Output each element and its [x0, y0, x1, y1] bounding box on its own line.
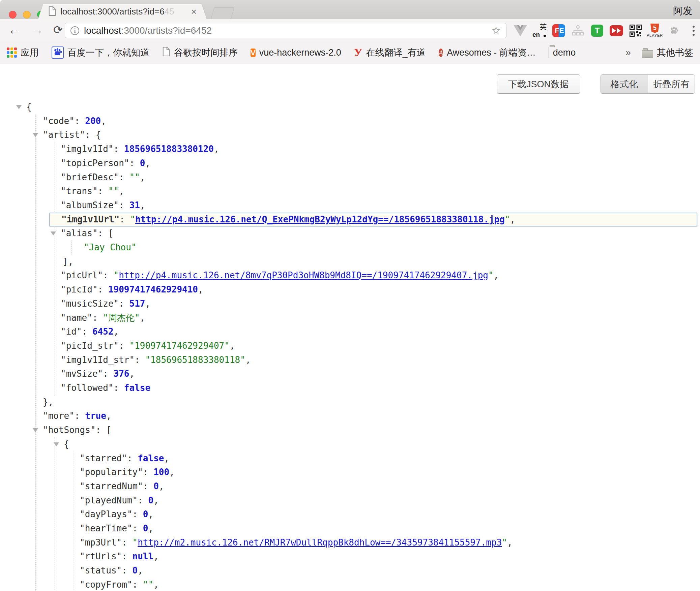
tampermonkey-icon[interactable]: T — [590, 24, 604, 38]
json-token-k: "starred" — [80, 453, 127, 463]
bookmark-label: Awesomes - 前端资… — [447, 46, 536, 59]
json-token-k: "copyFrom" — [80, 580, 133, 590]
json-token-k: "picUrl" — [61, 270, 103, 280]
json-line: "img1v1Id_str": "18569651883380118", — [0, 353, 700, 367]
close-window-button[interactable] — [9, 11, 17, 19]
browser-tab[interactable]: localhost:3000/artists?id=645 × — [38, 4, 207, 19]
chrome-menu-icon[interactable] — [693, 26, 695, 36]
json-line: "code": 200, — [0, 114, 700, 128]
json-token-n: 0 — [140, 158, 145, 168]
vue-devtools-icon[interactable] — [513, 24, 527, 38]
page-info-icon[interactable]: i — [70, 26, 79, 35]
video-speed-icon[interactable] — [609, 24, 623, 38]
json-token-p: : — [82, 326, 92, 337]
collapse-toggle-icon[interactable] — [33, 428, 38, 432]
json-token-p: : — [138, 495, 148, 505]
bookmark-star-icon[interactable]: ☆ — [491, 24, 501, 37]
json-token-k: "starredNum" — [80, 481, 143, 491]
json-link[interactable]: http://p4.music.126.net/8mv7qP30Pd3oHW8b… — [119, 270, 488, 280]
collapse-all-button[interactable]: 折叠所有 — [648, 75, 695, 93]
view-mode-segmented-control: 格式化 折叠所有 — [601, 74, 695, 94]
bookmark-item[interactable]: 应用 — [7, 46, 39, 59]
json-link[interactable]: http://p4.music.126.net/Q_ExePNkmgB2yWyL… — [135, 214, 505, 224]
json-token-s: "Jay Chou" — [84, 242, 137, 252]
json-token-p: , — [129, 369, 135, 379]
json-token-k: "img1v1Id_str" — [61, 355, 135, 365]
address-bar[interactable]: i localhost:3000/artists?id=6452 ☆ — [65, 23, 506, 38]
json-token-p: : { — [85, 130, 101, 140]
json-token-p: , — [148, 523, 154, 533]
profile-name[interactable]: 阿发 — [673, 4, 693, 18]
json-token-p: : — [133, 523, 143, 533]
json-tree: {"code": 200,"artist": {"img1v1Id": 1856… — [0, 64, 700, 591]
json-token-p: : — [143, 481, 153, 491]
json-line: "Jay Chou" — [0, 241, 700, 255]
json-link[interactable]: http://m2.music.126.net/RMJR7wDullRqppBk… — [138, 537, 502, 548]
json-line: "briefDesc": "", — [0, 170, 700, 185]
json-token-p: , — [119, 186, 124, 196]
json-token-k: "followed" — [61, 383, 114, 393]
tab-close-icon[interactable]: × — [191, 7, 197, 17]
json-token-s: "" — [129, 172, 140, 182]
folder-icon — [549, 48, 549, 58]
bookmark-item[interactable]: Vvue-hackernews-2.0 — [251, 47, 341, 58]
json-token-p: : [ — [98, 228, 114, 238]
paw-icon[interactable] — [667, 24, 681, 38]
apps-icon — [7, 48, 17, 58]
json-token-n: 31 — [129, 200, 140, 210]
json-token-p: , — [245, 355, 251, 365]
collapse-toggle-icon[interactable] — [33, 133, 38, 137]
json-token-p: : — [122, 551, 132, 561]
youdao-icon: У — [354, 47, 362, 59]
json-token-p: : — [133, 580, 143, 590]
translate-icon[interactable]: 英en — [532, 24, 547, 38]
json-token-p: : — [119, 172, 129, 182]
tab-favicon-icon — [48, 6, 56, 18]
back-button-icon[interactable]: ← — [8, 22, 21, 38]
json-token-n: 0 — [153, 481, 159, 491]
json-token-p: , — [198, 284, 203, 294]
bookmark-item[interactable]: 谷歌按时间排序 — [162, 46, 238, 59]
sitemap-icon[interactable] — [571, 24, 585, 38]
json-token-p: , — [153, 580, 159, 590]
minimize-window-button[interactable] — [23, 11, 31, 19]
json-line: "followed": false — [0, 381, 700, 395]
json-token-p: , — [507, 537, 513, 548]
json-line: "playedNum": 0, — [0, 494, 700, 508]
bookmark-other-bookmarks[interactable]: 其他书签 — [642, 46, 693, 59]
collapse-toggle-icon[interactable] — [54, 442, 59, 446]
html5-player-icon[interactable]: 5PLAYER — [648, 24, 662, 38]
json-token-k: "mp3Url" — [80, 537, 122, 548]
json-line: "picId_str": "19097417462929407", — [0, 339, 700, 353]
json-token-p: : — [92, 313, 103, 323]
format-button[interactable]: 格式化 — [601, 75, 648, 93]
json-token-p: : — [114, 383, 124, 393]
json-token-q: " — [133, 537, 138, 548]
bookmark-item[interactable]: 百度一下，你就知道 — [52, 46, 149, 59]
json-token-q: " — [488, 270, 494, 280]
qr-code-icon[interactable] — [629, 24, 643, 38]
json-token-s: "" — [108, 186, 119, 196]
download-json-button[interactable]: 下载JSON数据 — [497, 74, 580, 94]
reload-button-icon[interactable]: ⟳ — [53, 22, 63, 38]
json-line: "picUrl": "http://p4.music.126.net/8mv7q… — [0, 269, 700, 283]
bookmark-item[interactable]: У在线翻译_有道 — [354, 46, 426, 59]
collapse-toggle-icon[interactable] — [16, 105, 22, 109]
json-token-p: , — [106, 411, 112, 421]
bookmark-item[interactable]: AAwesomes - 前端资… — [439, 46, 536, 59]
fe-helper-icon[interactable]: FE — [552, 24, 566, 38]
json-token-k: "topicPerson" — [61, 158, 129, 168]
json-token-p: , — [140, 200, 145, 210]
json-token-n: 19097417462929410 — [108, 284, 198, 294]
new-tab-button[interactable] — [211, 7, 234, 19]
json-line: ], — [0, 255, 700, 269]
bookmark-item[interactable]: demo — [549, 48, 576, 58]
json-line: "status": 0, — [0, 564, 700, 578]
bookmark-label: vue-hackernews-2.0 — [259, 48, 341, 58]
url-text[interactable]: localhost:3000/artists?id=6452 — [84, 25, 491, 36]
json-token-p: : — [119, 341, 129, 351]
json-token-s: "19097417462929407" — [129, 341, 230, 351]
bookmarks-overflow-icon[interactable]: » — [625, 47, 631, 58]
json-token-k: "dayPlays" — [80, 509, 133, 519]
collapse-toggle-icon[interactable] — [51, 231, 56, 236]
